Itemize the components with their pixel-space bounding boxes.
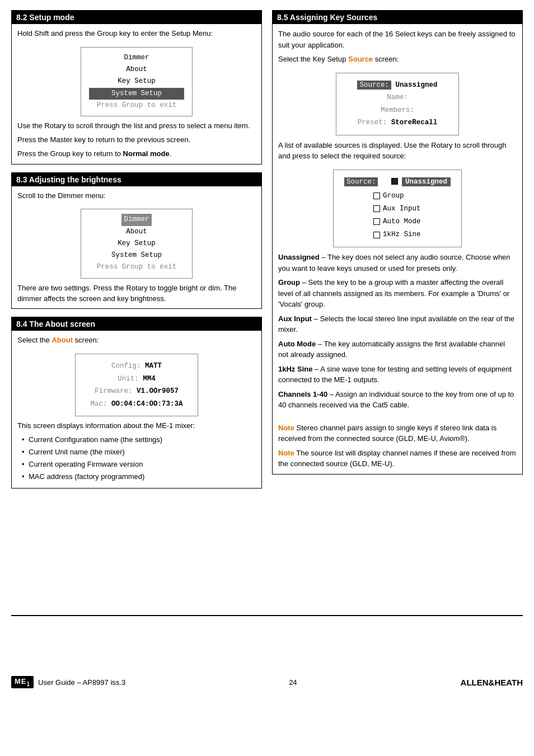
section-82-header: 8.2 Setup mode	[12, 11, 261, 24]
dimmer-menu-about: About	[89, 226, 184, 238]
section-82-body1: Use the Rotary to scroll through the lis…	[17, 121, 256, 132]
note-1: Note Stereo channel pairs assign to sing…	[278, 422, 517, 444]
bullet-unit: Current Unit name (the mixer)	[21, 447, 256, 458]
footer-brand: ALLEN&HEATH	[461, 678, 523, 687]
source-row: Source: Unassigned	[344, 79, 451, 92]
desc-unassigned: Unassigned – The key does not select any…	[278, 252, 517, 274]
preset-row: Preset: StoreRecall	[344, 116, 451, 129]
source-list-header: Source: Unassigned	[341, 176, 453, 189]
source-item-auto: Auto Mode	[341, 215, 453, 228]
about-info-box: Config: MATT Unit: MM4 Firmware: V1.OOr9…	[75, 354, 198, 416]
dimmer-menu-exit: Press Group to exit	[89, 261, 184, 273]
checkbox-aux	[373, 205, 380, 212]
footer-guide-text: User Guide – AP8997 iss.3	[38, 678, 125, 687]
section-85-header: 8.5 Assigning Key Sources	[273, 11, 522, 24]
menu-item-dimmer: Dimmer	[89, 52, 184, 64]
bullet-mac: MAC address (factory programmed)	[21, 472, 256, 482]
members-row: Members:	[344, 104, 451, 117]
section-85-source-intro: Select the Key Setup Source screen:	[278, 54, 517, 65]
desc-channels: Channels 1-40 – Assign an individual sou…	[278, 389, 517, 411]
section-84-body: This screen displays information about t…	[17, 421, 256, 431]
section-82: 8.2 Setup mode Hold Shift and press the …	[11, 10, 262, 165]
footer-left: ME1 User Guide – AP8997 iss.3	[11, 676, 125, 688]
source-list-box: Source: Unassigned Group	[333, 170, 462, 248]
about-firmware: Firmware: V1.OOr9057	[85, 385, 189, 398]
section-84: 8.4 The About screen Select the About sc…	[11, 317, 262, 489]
source-item-1khz: 1kHz Sine	[341, 228, 453, 241]
bullet-firmware: Current operating Firmware version	[21, 459, 256, 470]
bullet-config: Current Configuration name (the settings…	[21, 435, 256, 445]
dimmer-menu-keysetup: Key Setup	[89, 238, 184, 250]
about-mac: Mac: OO:04:C4:OO:73:3A	[85, 398, 189, 411]
footer-page-number: 24	[289, 678, 297, 687]
section-84-bullets: Current Configuration name (the settings…	[17, 435, 256, 482]
me1-badge: ME1	[11, 676, 34, 688]
about-unit: Unit: MM4	[85, 373, 189, 386]
section-82-body3: Press the Group key to return to Normal …	[17, 149, 256, 159]
checkbox-group	[373, 192, 380, 199]
section-82-intro: Hold Shift and press the Group key to en…	[17, 29, 256, 39]
menu-item-keysetup: Key Setup	[89, 76, 184, 87]
desc-auto: Auto Mode – The key automatically assign…	[278, 339, 517, 360]
name-row: Name:	[344, 91, 451, 104]
source-screen-box: Source: Unassigned Name: Members: Preset…	[336, 73, 459, 135]
dimmer-menu-box: Dimmer About Key Setup System Setup Pres…	[81, 209, 193, 278]
desc-aux: Aux Input – Selects the local stereo lin…	[278, 313, 517, 335]
source-item-aux: Aux Input	[341, 203, 453, 215]
dimmer-menu-dimmer-selected: Dimmer	[89, 214, 184, 226]
section-82-body2: Press the Master key to return to the pr…	[17, 135, 256, 145]
about-config: Config: MATT	[85, 360, 189, 373]
source-item-group: Group	[341, 190, 453, 203]
section-85-intro: The audio source for each of the 16 Sele…	[278, 29, 517, 50]
menu-item-exit: Press Group to exit	[89, 100, 184, 111]
menu-item-about: About	[89, 64, 184, 76]
section-84-header: 8.4 The About screen	[12, 317, 261, 331]
section-83-body: There are two settings. Press the Rotary…	[17, 283, 256, 304]
section-85-list-intro: A list of available sources is displayed…	[278, 140, 517, 162]
dimmer-menu-systemsetup: System Setup	[89, 250, 184, 261]
page-footer: ME1 User Guide – AP8997 iss.3 24 ALLEN&H…	[11, 615, 523, 745]
checkbox-auto	[373, 218, 380, 225]
menu-item-systemsetup-selected: System Setup	[89, 88, 184, 100]
section-84-intro: Select the About screen:	[17, 335, 256, 346]
section-83: 8.3 Adjusting the brightness Scroll to t…	[11, 172, 262, 309]
section-85: 8.5 Assigning Key Sources The audio sour…	[272, 10, 523, 475]
setup-menu-box: Dimmer About Key Setup System Setup Pres…	[81, 47, 193, 116]
checkbox-1khz	[373, 232, 380, 238]
note-2: Note The source list will display channe…	[278, 448, 517, 469]
section-83-intro: Scroll to the Dimmer menu:	[17, 191, 256, 201]
desc-group: Group – Sets the key to be a group with …	[278, 277, 517, 310]
desc-1khz: 1kHz Sine – A sine wave tone for testing…	[278, 364, 517, 386]
source-checkbox-filled	[391, 178, 398, 185]
section-83-header: 8.3 Adjusting the brightness	[12, 173, 261, 186]
